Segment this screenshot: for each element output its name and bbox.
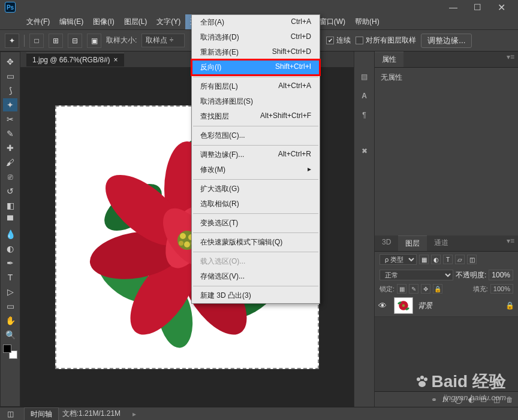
hand-tool[interactable]: ✋ bbox=[3, 314, 17, 327]
menu-0[interactable]: 文件(F) bbox=[22, 14, 55, 29]
layers-panel-menu[interactable]: ▾≡ bbox=[503, 235, 518, 251]
type-tool[interactable]: T bbox=[3, 271, 17, 284]
layers-tab-3D[interactable]: 3D bbox=[375, 235, 398, 251]
menu-1[interactable]: 编辑(E) bbox=[55, 14, 88, 29]
zoom-tool[interactable]: 🔍 bbox=[3, 328, 17, 342]
menu-item-L[interactable]: 所有图层(L)Alt+Ctrl+A bbox=[192, 79, 320, 94]
timeline-tab[interactable]: 时间轴 bbox=[24, 407, 59, 421]
selection-intersect-icon[interactable]: ▣ bbox=[87, 34, 101, 48]
minimize-button[interactable]: — bbox=[441, 1, 465, 13]
opacity-value[interactable]: 100% bbox=[489, 270, 513, 280]
layer-name[interactable]: 背景 bbox=[418, 301, 432, 311]
link-layers-icon[interactable]: ⚭ bbox=[431, 395, 437, 404]
delete-layer-icon[interactable]: 🗑 bbox=[506, 395, 513, 404]
lock-transparent-icon[interactable]: ▦ bbox=[397, 284, 406, 294]
menu-item-F[interactable]: 调整边缘(F)...Alt+Ctrl+R bbox=[192, 147, 320, 162]
menu-item-R[interactable]: 选取相似(R) bbox=[192, 197, 320, 211]
layer-thumbnail[interactable] bbox=[394, 297, 413, 314]
menu-item-C[interactable]: 色彩范围(C)... bbox=[192, 128, 320, 143]
all-layers-checkbox[interactable]: 对所有图层取样 bbox=[356, 35, 416, 46]
magic-wand-tool[interactable]: ✦ bbox=[3, 98, 17, 111]
menu-item-D[interactable]: 取消选择(D)Ctrl+D bbox=[192, 30, 320, 45]
menu-item-S[interactable]: 取消选择图层(S) bbox=[192, 94, 320, 109]
move-tool[interactable]: ✥ bbox=[3, 55, 17, 68]
crop-tool[interactable]: ✂ bbox=[3, 113, 17, 126]
group-icon[interactable]: 🗀 bbox=[480, 395, 487, 404]
stamp-tool[interactable]: ⎚ bbox=[3, 170, 17, 183]
quickmask-icon[interactable]: ◫ bbox=[7, 410, 14, 418]
blur-tool[interactable]: 💧 bbox=[3, 228, 17, 241]
selection-sub-icon[interactable]: ⊟ bbox=[68, 34, 82, 48]
properties-body: 无属性 bbox=[375, 68, 518, 235]
sample-size-select[interactable]: 取样点 ÷ bbox=[141, 34, 185, 47]
app-icon: Ps bbox=[5, 2, 16, 13]
contiguous-checkbox[interactable]: ✔ 连续 bbox=[326, 35, 351, 46]
menu-item-I[interactable]: 反向(I)Shift+Ctrl+I bbox=[192, 60, 320, 75]
selection-add-icon[interactable]: ⊞ bbox=[49, 34, 63, 48]
layers-footer: ⚭ fx ◯ ◐ 🗀 ◫ 🗑 bbox=[375, 391, 518, 407]
history-panel-icon[interactable]: ▤ bbox=[357, 70, 372, 84]
dodge-tool[interactable]: ◐ bbox=[3, 242, 17, 255]
blend-mode-select[interactable]: 正常 bbox=[380, 270, 453, 280]
menu-item-Q[interactable]: 在快速蒙版模式下编辑(Q) bbox=[192, 235, 320, 250]
menu-item-M[interactable]: 修改(M)▸ bbox=[192, 162, 320, 177]
lasso-tool[interactable]: ⟆ bbox=[3, 84, 17, 97]
close-button[interactable]: ✕ bbox=[489, 1, 513, 13]
mask-icon[interactable]: ◯ bbox=[454, 395, 462, 404]
fx-icon[interactable]: fx bbox=[443, 395, 448, 404]
properties-tab[interactable]: 属性 bbox=[375, 52, 403, 67]
menu-3[interactable]: 图层(L) bbox=[119, 14, 152, 29]
current-tool-icon[interactable]: ✦ bbox=[5, 34, 19, 48]
menu-item-V[interactable]: 存储选区(V)... bbox=[192, 269, 320, 284]
layer-filter-select[interactable]: ρ 类型 bbox=[380, 254, 417, 265]
layer-row-background[interactable]: 👁 背景 🔒 bbox=[375, 295, 518, 317]
lock-all-icon[interactable]: 🔒 bbox=[433, 284, 442, 294]
document-tab[interactable]: 1.jpg @ 66.7%(RGB/8#) × bbox=[26, 53, 124, 67]
character-panel-icon[interactable]: A bbox=[357, 89, 372, 103]
filter-pixel-icon[interactable]: ▦ bbox=[419, 255, 429, 264]
menu-item-[interactable]: 查找图层Alt+Shift+Ctrl+F bbox=[192, 109, 320, 124]
eraser-tool[interactable]: ◧ bbox=[3, 199, 17, 212]
titlebar: Ps — ☐ ✕ bbox=[0, 0, 518, 14]
gradient-tool[interactable]: ▀ bbox=[3, 213, 17, 226]
filter-shape-icon[interactable]: ▱ bbox=[455, 255, 465, 264]
healing-tool[interactable]: ✚ bbox=[3, 141, 17, 155]
select-menu-dropdown: 全部(A)Ctrl+A取消选择(D)Ctrl+D重新选择(E)Shift+Ctr… bbox=[191, 14, 320, 304]
menu-item-T[interactable]: 变换选区(T) bbox=[192, 216, 320, 231]
filter-adjust-icon[interactable]: ◐ bbox=[431, 255, 441, 264]
eyedropper-tool[interactable]: ✎ bbox=[3, 127, 17, 140]
adjustments-panel-icon[interactable]: ✖ bbox=[357, 144, 372, 158]
filter-smart-icon[interactable]: ◫ bbox=[467, 255, 477, 264]
menu-item-A[interactable]: 全部(A)Ctrl+A bbox=[192, 15, 320, 30]
path-select-tool[interactable]: ▷ bbox=[3, 285, 17, 298]
filter-type-icon[interactable]: T bbox=[443, 255, 453, 264]
marquee-tool[interactable]: ▭ bbox=[3, 70, 17, 83]
svg-point-18 bbox=[184, 241, 190, 247]
adjustment-icon[interactable]: ◐ bbox=[468, 395, 474, 404]
pen-tool[interactable]: ✒ bbox=[3, 256, 17, 270]
menu-10[interactable]: 帮助(H) bbox=[350, 14, 384, 29]
layers-tab-图层[interactable]: 图层 bbox=[398, 235, 427, 251]
paragraph-panel-icon[interactable]: ¶ bbox=[357, 108, 372, 122]
toolbox: ✥ ▭ ⟆ ✦ ✂ ✎ ✚ 🖌 ⎚ ↺ ◧ ▀ 💧 ◐ ✒ T ▷ ▭ ✋ 🔍 bbox=[0, 52, 20, 407]
menu-2[interactable]: 图像(I) bbox=[88, 14, 119, 29]
menu-item-G[interactable]: 扩大选取(G) bbox=[192, 182, 320, 197]
menu-item-E[interactable]: 重新选择(E)Shift+Ctrl+D bbox=[192, 45, 320, 60]
panel-menu-icon[interactable]: ▾≡ bbox=[503, 52, 518, 67]
fg-bg-color[interactable] bbox=[3, 345, 17, 359]
selection-new-icon[interactable]: □ bbox=[29, 34, 44, 48]
new-layer-icon[interactable]: ◫ bbox=[493, 395, 500, 404]
lock-pixels-icon[interactable]: ✎ bbox=[409, 284, 418, 294]
shape-tool[interactable]: ▭ bbox=[3, 300, 17, 313]
lock-position-icon[interactable]: ✥ bbox=[421, 284, 430, 294]
close-tab-icon[interactable]: × bbox=[114, 56, 118, 64]
menu-4[interactable]: 文字(Y) bbox=[152, 14, 185, 29]
visibility-icon[interactable]: 👁 bbox=[378, 301, 389, 310]
refine-edge-button[interactable]: 调整边缘... bbox=[421, 34, 472, 48]
brush-tool[interactable]: 🖌 bbox=[3, 156, 17, 169]
maximize-button[interactable]: ☐ bbox=[465, 1, 489, 13]
menu-item-3D3[interactable]: 新建 3D 凸出(3) bbox=[192, 288, 320, 303]
history-brush-tool[interactable]: ↺ bbox=[3, 185, 17, 198]
layers-tab-通道[interactable]: 通道 bbox=[427, 235, 456, 251]
fill-value[interactable]: 100% bbox=[490, 284, 513, 294]
